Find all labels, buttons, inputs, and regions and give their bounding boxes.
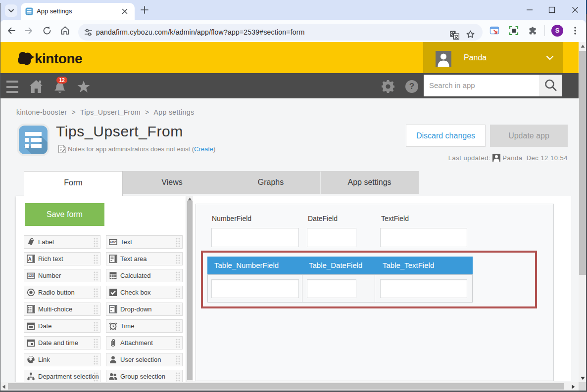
svg-text:A: A [28, 257, 31, 262]
svg-text:ABC: ABC [110, 240, 117, 244]
svg-text:123: 123 [28, 274, 34, 277]
